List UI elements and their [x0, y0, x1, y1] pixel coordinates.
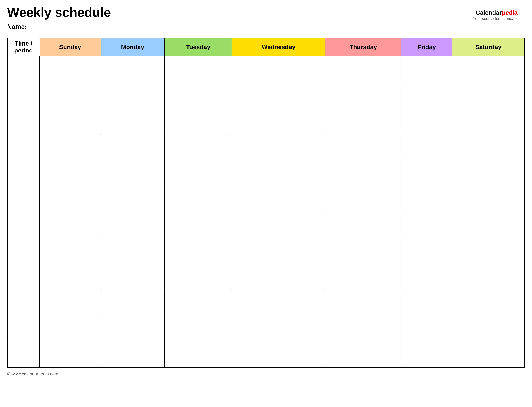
cell-row9-wednesday: [232, 290, 325, 316]
cell-row8-tuesday: [164, 264, 232, 290]
cell-row10-sunday: [39, 316, 101, 342]
cell-row1-tuesday: [164, 82, 232, 108]
logo-area: Calendarpedia Your source for calendars: [473, 9, 518, 21]
weekly-schedule-table: Time / periodSundayMondayTuesdayWednesda…: [7, 38, 525, 368]
cell-row2-monday: [101, 108, 164, 134]
cell-row1-saturday: [452, 82, 525, 108]
cell-row5-sunday: [39, 186, 101, 212]
cell-row0-saturday: [452, 56, 525, 82]
cell-row9-monday: [101, 290, 164, 316]
cell-row11-monday: [101, 342, 164, 368]
cell-row2-time: [7, 108, 39, 134]
cell-row8-saturday: [452, 264, 525, 290]
logo-text: Calendarpedia: [473, 9, 518, 16]
cell-row1-thursday: [325, 82, 401, 108]
cell-row7-tuesday: [164, 238, 232, 264]
cell-row9-tuesday: [164, 290, 232, 316]
header-sunday: Sunday: [39, 38, 101, 56]
cell-row11-tuesday: [164, 342, 232, 368]
cell-row11-time: [7, 342, 39, 368]
table-row: [7, 160, 525, 186]
footer-url: © www.calendarpedia.com: [7, 371, 525, 376]
cell-row4-saturday: [452, 160, 525, 186]
table-row: [7, 108, 525, 134]
header-thursday: Thursday: [325, 38, 401, 56]
cell-row3-tuesday: [164, 134, 232, 160]
cell-row8-friday: [401, 264, 452, 290]
logo-tagline: Your source for calendars: [473, 16, 518, 21]
cell-row4-thursday: [325, 160, 401, 186]
cell-row1-sunday: [39, 82, 101, 108]
cell-row11-saturday: [452, 342, 525, 368]
cell-row8-wednesday: [232, 264, 325, 290]
cell-row9-saturday: [452, 290, 525, 316]
header-monday: Monday: [101, 38, 164, 56]
cell-row2-sunday: [39, 108, 101, 134]
cell-row4-time: [7, 160, 39, 186]
cell-row10-friday: [401, 316, 452, 342]
cell-row8-monday: [101, 264, 164, 290]
header-time: Time / period: [7, 38, 39, 56]
cell-row2-thursday: [325, 108, 401, 134]
cell-row7-wednesday: [232, 238, 325, 264]
cell-row5-friday: [401, 186, 452, 212]
table-row: [7, 264, 525, 290]
cell-row5-wednesday: [232, 186, 325, 212]
cell-row10-time: [7, 316, 39, 342]
cell-row2-friday: [401, 108, 452, 134]
cell-row9-thursday: [325, 290, 401, 316]
cell-row2-wednesday: [232, 108, 325, 134]
cell-row3-friday: [401, 134, 452, 160]
cell-row0-thursday: [325, 56, 401, 82]
cell-row4-wednesday: [232, 160, 325, 186]
footer-url-text: calendarpedia.com: [22, 371, 58, 376]
cell-row10-saturday: [452, 316, 525, 342]
table-row: [7, 186, 525, 212]
cell-row1-time: [7, 82, 39, 108]
cell-row5-monday: [101, 186, 164, 212]
cell-row0-time: [7, 56, 39, 82]
cell-row6-sunday: [39, 212, 101, 238]
cell-row3-thursday: [325, 134, 401, 160]
cell-row8-thursday: [325, 264, 401, 290]
cell-row3-sunday: [39, 134, 101, 160]
table-row: [7, 212, 525, 238]
page-title: Weekly schedule: [7, 5, 525, 20]
cell-row9-friday: [401, 290, 452, 316]
cell-row9-time: [7, 290, 39, 316]
cell-row9-sunday: [39, 290, 101, 316]
cell-row7-sunday: [39, 238, 101, 264]
cell-row7-time: [7, 238, 39, 264]
cell-row6-wednesday: [232, 212, 325, 238]
cell-row6-time: [7, 212, 39, 238]
cell-row10-thursday: [325, 316, 401, 342]
cell-row7-thursday: [325, 238, 401, 264]
cell-row10-monday: [101, 316, 164, 342]
cell-row3-monday: [101, 134, 164, 160]
cell-row10-wednesday: [232, 316, 325, 342]
cell-row8-time: [7, 264, 39, 290]
cell-row0-tuesday: [164, 56, 232, 82]
cell-row4-tuesday: [164, 160, 232, 186]
table-row: [7, 316, 525, 342]
cell-row6-friday: [401, 212, 452, 238]
cell-row11-sunday: [39, 342, 101, 368]
cell-row8-sunday: [39, 264, 101, 290]
table-row: [7, 290, 525, 316]
cell-row11-thursday: [325, 342, 401, 368]
name-label: Name:: [7, 23, 525, 31]
cell-row7-monday: [101, 238, 164, 264]
cell-row0-monday: [101, 56, 164, 82]
header-friday: Friday: [401, 38, 452, 56]
cell-row1-friday: [401, 82, 452, 108]
logo-brand-part2: pedia: [502, 9, 518, 16]
cell-row3-saturday: [452, 134, 525, 160]
header-wednesday: Wednesday: [232, 38, 325, 56]
header-tuesday: Tuesday: [164, 38, 232, 56]
cell-row5-tuesday: [164, 186, 232, 212]
cell-row5-thursday: [325, 186, 401, 212]
cell-row11-friday: [401, 342, 452, 368]
cell-row0-sunday: [39, 56, 101, 82]
cell-row11-wednesday: [232, 342, 325, 368]
logo-brand-part1: Calendar: [476, 9, 502, 16]
